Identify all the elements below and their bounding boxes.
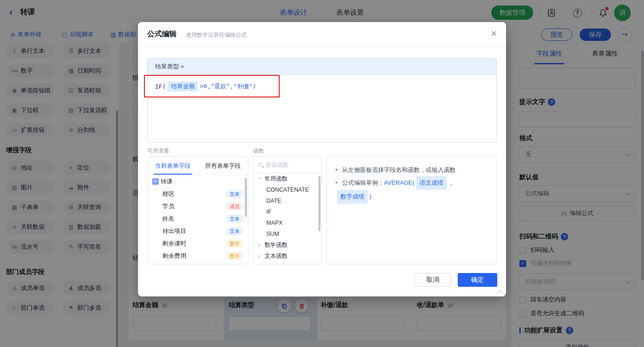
search-icon xyxy=(258,163,262,167)
formula-editor-dialog: 公式编辑 使用数学运算符编辑公式 × 结算类型 = IF( 结算金额 >0,"退… xyxy=(138,22,506,296)
variable-row[interactable]: 转出项目文本 xyxy=(148,225,248,237)
app-window: ‹ 转课 表单设计 表单设置 数据管理 ? 训 ⊘表单外链 ▢后端脚本 xyxy=(0,0,644,347)
formula-target-bar: 结算类型 = xyxy=(148,58,496,75)
function-group-math[interactable]: ›数学函数 xyxy=(253,239,322,250)
formula-suffix: >0,"退款","补缴") xyxy=(200,82,256,91)
variable-row[interactable]: 姓名文本 xyxy=(148,212,248,225)
function-item[interactable]: SUM xyxy=(253,228,322,239)
tab-current-form-fields[interactable]: 当前表单字段 xyxy=(148,157,198,175)
example-close-paren: ) xyxy=(369,191,371,203)
example-field-token: 数学成绩 xyxy=(337,190,368,204)
example-field-token: 语文成绩 xyxy=(416,176,447,190)
tab-all-form-fields[interactable]: 所有表单字段 xyxy=(198,157,248,175)
variable-row[interactable]: 剩余费用数字 xyxy=(148,250,248,262)
field-type-badge: 数字 xyxy=(226,239,243,248)
function-item[interactable]: MAPX xyxy=(253,217,322,228)
confirm-button[interactable]: 确定 xyxy=(458,273,497,287)
function-group-common[interactable]: ›常用函数 xyxy=(253,173,322,184)
formula-prefix: IF( xyxy=(155,83,166,90)
field-type-badge: 数字 xyxy=(226,252,243,260)
field-token-settle-amount[interactable]: 结算金额 xyxy=(167,81,198,91)
variable-row[interactable]: 校区文本 xyxy=(148,188,248,200)
function-item[interactable]: DATE xyxy=(253,195,322,206)
close-icon[interactable]: × xyxy=(491,28,497,40)
variables-tabs: 当前表单字段 所有表单字段 xyxy=(148,157,248,175)
variable-row[interactable]: 学员成员 xyxy=(148,200,248,212)
field-type-badge: 文本 xyxy=(226,264,243,265)
dialog-subtitle: 使用数学运算符编辑公式 xyxy=(186,31,247,39)
variables-scrollbar[interactable] xyxy=(245,178,247,217)
variable-row[interactable]: 剩余课时数字 xyxy=(148,237,248,250)
caret-right-icon: › xyxy=(258,242,262,248)
resize-handle[interactable] xyxy=(497,288,502,294)
caret-down-icon: › xyxy=(257,177,263,181)
header-divider xyxy=(138,46,506,46)
form-doc-icon xyxy=(152,178,159,185)
bullet-icon: • xyxy=(335,177,338,189)
field-type-badge: 成员 xyxy=(226,202,243,210)
variable-form-node[interactable]: 转课 xyxy=(148,175,248,188)
dialog-title: 公式编辑 xyxy=(147,29,177,39)
function-search xyxy=(253,157,322,173)
cancel-button[interactable]: 取消 xyxy=(414,273,451,287)
help-line-1: • 从左侧面板选择字段名和函数，或输入函数 xyxy=(335,164,488,176)
help-line-2: • 公式编辑举例： AVERAGE( 语文成绩 ， 数学成绩 ) xyxy=(335,176,488,204)
caret-right-icon: › xyxy=(258,253,262,259)
formula-expression[interactable]: IF( 结算金额 >0,"退款","补缴") xyxy=(155,81,256,91)
field-type-badge: 文本 xyxy=(226,227,243,235)
functions-panel: ›常用函数 CONCATENATE DATE IF MAPX SUM ›数学函数… xyxy=(253,156,322,264)
help-panel: • 从左侧面板选择字段名和函数，或输入函数 • 公式编辑举例： AVERAGE(… xyxy=(327,156,497,264)
functions-section-label: 函数 xyxy=(253,147,264,155)
formula-editor[interactable]: 结算类型 = IF( 结算金额 >0,"退款","补缴") xyxy=(147,58,497,142)
function-item[interactable]: IF xyxy=(253,206,322,217)
example-function-name: AVERAGE( xyxy=(384,177,414,189)
variable-row-clipped[interactable]: 文本 xyxy=(148,262,248,264)
variables-section-label: 可用变量 xyxy=(147,147,169,155)
function-search-input[interactable] xyxy=(265,162,311,168)
variables-panel: 当前表单字段 所有表单字段 转课 校区文本 学员成员 姓名文本 转出项目文本 剩… xyxy=(147,156,248,264)
function-item[interactable]: CONCATENATE xyxy=(253,184,322,195)
bullet-icon: • xyxy=(335,164,338,176)
functions-scrollbar[interactable] xyxy=(318,176,321,231)
field-type-badge: 文本 xyxy=(226,215,243,223)
field-type-badge: 文本 xyxy=(226,190,243,198)
function-group-text[interactable]: ›文本函数 xyxy=(253,250,322,262)
